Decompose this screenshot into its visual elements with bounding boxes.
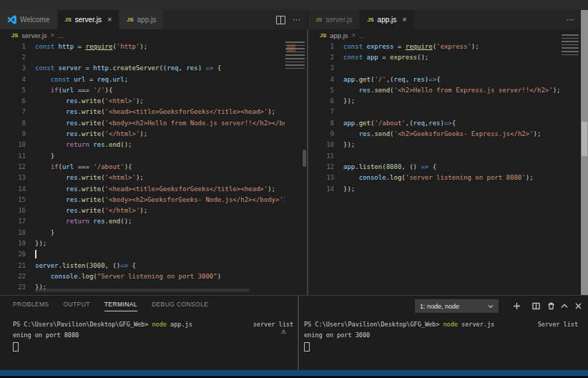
line-number: 10 xyxy=(308,141,343,148)
js-icon: JS xyxy=(65,16,72,23)
tab-app-js[interactable]: JS app.js xyxy=(119,10,163,29)
code-text: console.log('server listening on port 80… xyxy=(343,174,534,181)
breadcrumb-left[interactable]: JS server.js > ... xyxy=(0,29,307,41)
tab-bar-right: JS server.js JS app.js × ⋯ xyxy=(308,10,581,29)
maximize-panel-button[interactable] xyxy=(559,301,570,311)
line-number: 12 xyxy=(308,163,343,170)
js-icon: JS xyxy=(367,16,373,23)
code-text: app.get('/',(req, res)=>{ xyxy=(343,76,441,83)
minimap[interactable] xyxy=(285,42,305,294)
line-number: 18 xyxy=(0,229,35,236)
vscode-logo-icon xyxy=(7,15,16,24)
code-line: 6 res.write('<html>'); xyxy=(0,95,285,106)
close-panel-button[interactable] xyxy=(572,301,584,311)
line-number: 7 xyxy=(0,108,35,115)
minimap[interactable] xyxy=(562,34,579,271)
code-line: 17 return res.end(); xyxy=(0,216,285,227)
tab-problems[interactable]: PROBLEMS xyxy=(13,301,49,308)
code-text: if(url === '/about'){ xyxy=(35,163,132,170)
code-line: 2const app = express(); xyxy=(308,52,562,62)
terminal-selector-dropdown[interactable]: 1: node, node xyxy=(415,299,499,313)
code-line: 10 return res.end(); xyxy=(0,140,285,150)
code-line: 14 res.write('<head><title>GeeksforGeeks… xyxy=(0,183,285,194)
plus-icon xyxy=(513,302,521,310)
close-icon[interactable]: × xyxy=(402,16,406,24)
js-icon: JS xyxy=(11,32,18,39)
tab-debug-console[interactable]: DEBUG CONSOLE xyxy=(152,301,208,308)
line-number: 1 xyxy=(0,43,35,50)
terminal-prompt-line: PS C:\Users\Pavilion\Desktop\GFG_Web> no… xyxy=(13,319,192,330)
breadcrumb-file[interactable]: server.js xyxy=(21,32,46,39)
terminal-cursor xyxy=(304,342,310,352)
line-number: 11 xyxy=(308,152,343,160)
tab-server-js[interactable]: JS server.js × xyxy=(58,10,119,29)
tab-label: server.js xyxy=(325,16,352,24)
code-line: 21server.listen(3000, ()=> { xyxy=(0,260,285,271)
line-number: 6 xyxy=(308,97,343,105)
line-number: 2 xyxy=(308,54,343,61)
trash-icon xyxy=(547,302,555,310)
code-line: 9 res.send('<h2>GeeksforGeeks- Express.j… xyxy=(308,128,562,139)
js-icon: JS xyxy=(320,32,326,39)
tab-welcome[interactable]: Welcome xyxy=(0,10,57,29)
breadcrumb-tail[interactable]: ... xyxy=(58,32,64,39)
more-actions-icon[interactable]: ⋯ xyxy=(293,15,301,24)
breadcrumb-right[interactable]: JS app.js > ... xyxy=(308,29,581,41)
close-icon[interactable]: × xyxy=(107,16,112,24)
tab-server-js-right[interactable]: JS server.js xyxy=(308,10,359,29)
tab-output[interactable]: OUTPUT xyxy=(63,301,89,308)
new-terminal-button[interactable] xyxy=(511,301,522,311)
code-line: 15 res.write('<body><h2>GeeksforGeeks- N… xyxy=(0,194,285,205)
code-line: 5 res.send('<h2>Hello from Express.js se… xyxy=(308,84,562,95)
line-number: 7 xyxy=(308,108,343,115)
terminal-selector-value: 1: node, node xyxy=(420,303,459,310)
line-number: 5 xyxy=(308,87,343,94)
editor-actions-right: ⋯ xyxy=(567,10,575,29)
breadcrumb-file[interactable]: app.js xyxy=(330,32,348,39)
chevron-up-icon xyxy=(561,304,568,309)
terminal-left[interactable]: PS C:\Users\Pavilion\Desktop\GFG_Web> no… xyxy=(13,319,293,355)
more-actions-icon[interactable]: ⋯ xyxy=(567,15,575,24)
terminal-pane-divider[interactable] xyxy=(298,296,299,371)
code-text: res.write('<head><title>GeeksforGeeks</t… xyxy=(35,108,275,115)
kill-terminal-button[interactable] xyxy=(545,301,557,311)
code-text: res.send('<h2>GeeksforGeeks- Express.js<… xyxy=(343,130,541,137)
code-text: } xyxy=(35,152,54,160)
window-scrollbar[interactable] xyxy=(581,10,588,295)
tab-label: server.js xyxy=(75,16,102,24)
line-number: 12 xyxy=(0,163,35,170)
terminal-right[interactable]: PS C:\Users\Pavilion\Desktop\GFG_Web> no… xyxy=(304,319,578,355)
code-text: res.write('</html>'); xyxy=(35,130,147,137)
tab-terminal[interactable]: TERMINAL xyxy=(104,301,137,308)
close-icon xyxy=(575,303,582,309)
line-number: 23 xyxy=(0,284,35,291)
tab-app-js-right[interactable]: JS app.js × xyxy=(360,10,413,29)
scrollbar-thumb[interactable] xyxy=(582,122,587,156)
split-editor-icon[interactable] xyxy=(276,16,285,24)
line-number: 3 xyxy=(0,64,35,72)
code-line: 19}); xyxy=(0,238,285,248)
line-number: 13 xyxy=(0,174,35,181)
code-editor-server-js[interactable]: 1const http = require('http');23const se… xyxy=(0,41,285,293)
editor-actions-left: ⋯ xyxy=(276,10,301,29)
code-line: 4 const url = req.url; xyxy=(0,74,285,84)
code-text: res.send('<h2>Hello from Express.js serv… xyxy=(343,87,561,94)
line-number: 21 xyxy=(0,262,35,269)
tab-label: app.js xyxy=(378,16,397,24)
code-text: res.write('<html>'); xyxy=(35,97,144,105)
breadcrumb-tail[interactable]: ... xyxy=(359,32,365,39)
code-text: const http = require('http'); xyxy=(35,43,147,50)
line-number: 5 xyxy=(0,87,35,94)
horizontal-scrollbar[interactable] xyxy=(35,289,250,292)
line-number: 6 xyxy=(0,97,35,105)
line-number: 9 xyxy=(308,130,343,137)
code-text: const server = http.createServer((req, r… xyxy=(35,64,221,72)
js-icon: JS xyxy=(315,16,322,23)
scrollbar-thumb[interactable] xyxy=(303,150,306,167)
code-editor-app-js[interactable]: 1const express = require('express');2con… xyxy=(308,41,562,194)
line-number: 4 xyxy=(0,76,35,83)
code-line: 13 res.write('<html>'); xyxy=(0,173,285,183)
split-terminal-button[interactable] xyxy=(530,301,542,311)
terminal-prompt-line: PS C:\Users\Pavilion\Desktop\GFG_Web> no… xyxy=(304,319,494,330)
terminal-cursor xyxy=(13,342,19,352)
